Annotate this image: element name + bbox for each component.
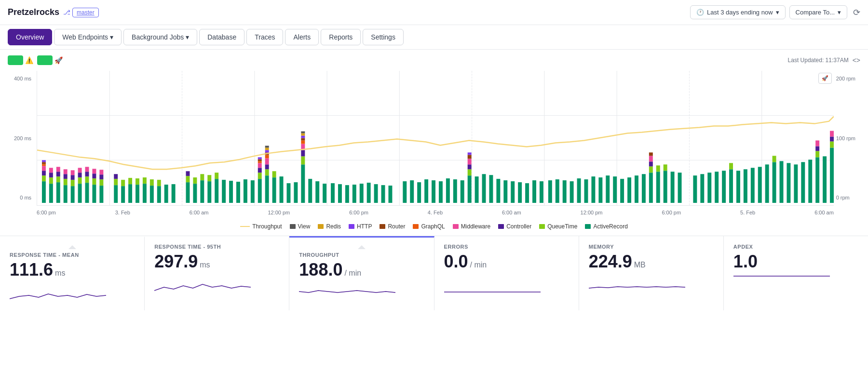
svg-rect-75: [518, 182, 522, 203]
legend-throughput[interactable]: Throughput: [240, 223, 282, 230]
svg-rect-108: [765, 164, 769, 203]
status-green-2: [37, 55, 53, 65]
y-label-100rpm: 100 rpm: [836, 135, 855, 141]
legend-http-color: [349, 224, 354, 229]
svg-rect-39: [251, 180, 255, 203]
svg-rect-186: [258, 161, 262, 163]
nav-alerts[interactable]: Alerts: [285, 29, 319, 45]
svg-rect-58: [388, 186, 392, 203]
svg-rect-91: [635, 175, 638, 203]
svg-rect-121: [64, 179, 68, 185]
svg-rect-29: [172, 184, 176, 203]
legend-middleware[interactable]: Middleware: [453, 223, 490, 230]
clock-icon: 🕐: [696, 9, 704, 16]
compare-selector[interactable]: Compare To... ▾: [789, 5, 847, 19]
legend-activerecord[interactable]: ActiveRecord: [585, 223, 627, 230]
svg-rect-71: [489, 175, 493, 203]
svg-rect-122: [71, 180, 75, 186]
svg-rect-176: [92, 169, 96, 173]
legend-controller-label: Controller: [506, 223, 531, 230]
x-label-3feb: 3. Feb: [115, 210, 130, 215]
svg-rect-165: [468, 164, 472, 169]
x-label-6pm: 6:00 pm: [37, 210, 56, 215]
metric-errors-value: 0.0 / min: [444, 252, 569, 272]
legend-redis[interactable]: Redis: [318, 223, 341, 230]
svg-rect-139: [258, 173, 262, 179]
svg-rect-200: [265, 147, 269, 150]
nav-background-jobs[interactable]: Background Jobs ▾: [123, 29, 197, 45]
y-label-200ms: 200 ms: [14, 135, 31, 141]
last-updated: Last Updated: 11:37AM <>: [788, 56, 860, 64]
legend-throughput-color: [240, 226, 250, 227]
svg-rect-107: [758, 167, 762, 203]
svg-rect-195: [42, 160, 46, 162]
svg-rect-80: [556, 179, 559, 203]
legend-queuetime-label: QueueTime: [547, 223, 577, 230]
svg-rect-67: [461, 180, 464, 203]
x-axis: 6:00 pm 3. Feb 6:00 am 12:00 pm 6:00 pm …: [37, 208, 834, 217]
nav-overview[interactable]: Overview: [8, 29, 52, 45]
warning-icon: ⚠️: [25, 56, 33, 64]
svg-rect-152: [49, 173, 53, 177]
metric-mean-value: 111.6 ms: [10, 260, 135, 280]
svg-rect-129: [128, 178, 132, 184]
svg-rect-50: [331, 183, 335, 203]
svg-rect-77: [532, 180, 536, 203]
legend-router[interactable]: Router: [380, 223, 405, 230]
svg-rect-175: [85, 167, 89, 172]
svg-rect-49: [323, 184, 326, 203]
nav-database[interactable]: Database: [199, 29, 244, 45]
nav-settings[interactable]: Settings: [363, 29, 404, 45]
svg-rect-125: [92, 178, 96, 185]
svg-rect-126: [99, 179, 103, 186]
metric-95th-value: 297.9 ms: [154, 252, 279, 272]
time-selector[interactable]: 🕐 Last 3 days ending now ▾: [690, 5, 786, 19]
svg-rect-30: [186, 182, 190, 203]
svg-rect-182: [649, 156, 653, 161]
svg-rect-197: [265, 150, 269, 152]
svg-rect-130: [136, 178, 139, 185]
svg-rect-12: [42, 181, 46, 203]
svg-rect-171: [56, 167, 60, 172]
metric-throughput: THROUGHPUT 188.0 / min: [289, 236, 434, 310]
code-toggle[interactable]: <>: [853, 56, 860, 64]
nav-traces[interactable]: Traces: [246, 29, 283, 45]
svg-rect-41: [265, 175, 269, 203]
compare-label: Compare To...: [796, 9, 835, 16]
legend-activerecord-label: ActiveRecord: [593, 223, 627, 230]
svg-rect-143: [468, 169, 472, 175]
legend-view[interactable]: View: [290, 223, 311, 230]
svg-rect-104: [736, 171, 740, 203]
chart-pin-button[interactable]: 🚀: [818, 73, 832, 84]
metric-apdex-value: 1.0: [733, 252, 858, 272]
legend-http[interactable]: HTTP: [349, 223, 372, 230]
svg-rect-159: [99, 174, 103, 179]
nav-web-endpoints[interactable]: Web Endpoints ▾: [54, 29, 122, 45]
refresh-icon[interactable]: ⟳: [853, 7, 860, 18]
svg-rect-43: [280, 176, 284, 203]
branch-badge[interactable]: master: [72, 8, 99, 17]
svg-rect-74: [511, 181, 515, 203]
svg-rect-168: [830, 137, 834, 142]
svg-rect-99: [700, 174, 704, 203]
svg-rect-190: [258, 159, 262, 161]
svg-rect-26: [150, 186, 154, 203]
svg-rect-34: [215, 179, 218, 203]
y-label-200rpm: 200 rpm: [836, 76, 855, 81]
nav-reports[interactable]: Reports: [321, 29, 361, 45]
app-title: Pretzelrocks: [8, 7, 59, 17]
svg-rect-42: [272, 177, 276, 203]
svg-rect-17: [78, 184, 82, 203]
svg-rect-188: [301, 140, 305, 144]
svg-rect-65: [446, 178, 450, 203]
rocket-icon: 🚀: [54, 56, 63, 64]
legend-controller[interactable]: Controller: [498, 223, 531, 230]
main-chart-wrapper: 🚀 400 ms 200 ms 0 ms 200 rpm 100 rpm 0 r…: [37, 71, 834, 206]
svg-rect-185: [42, 164, 46, 166]
svg-rect-36: [229, 181, 233, 203]
legend-queuetime[interactable]: QueueTime: [539, 223, 577, 230]
svg-rect-135: [193, 177, 197, 184]
main-nav: Overview Web Endpoints ▾ Background Jobs…: [0, 25, 868, 50]
svg-rect-146: [664, 164, 667, 171]
legend-graphql[interactable]: GraphQL: [413, 223, 445, 230]
